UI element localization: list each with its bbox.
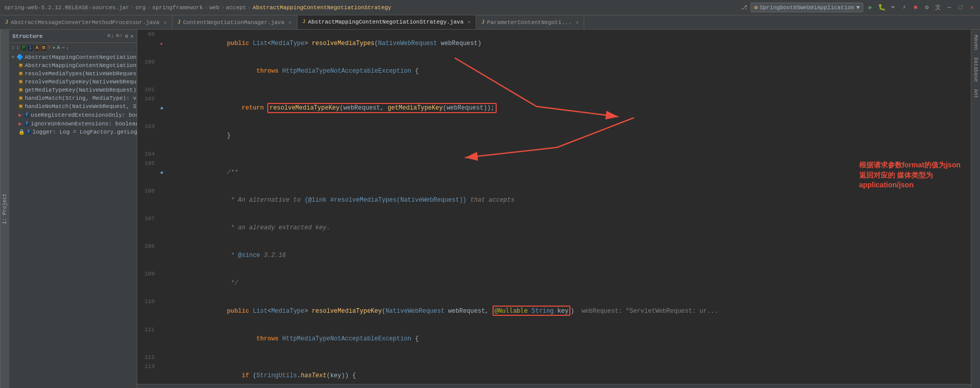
tab-close-4[interactable]: ✕: [576, 19, 579, 26]
gear-icon[interactable]: ⚙: [125, 33, 129, 39]
field-icon-1: f: [25, 113, 29, 118]
line-num-104: 104: [137, 149, 158, 159]
toolbar-icon-a2[interactable]: A: [57, 45, 60, 51]
breadcrumb-class: AbstractMappingContentNegotiationStrateg…: [253, 5, 392, 11]
line-code-105: /**: [166, 159, 971, 186]
gutter-105: ◆: [158, 159, 166, 186]
tab-close-3[interactable]: ✕: [467, 19, 471, 25]
tab-parameter-content[interactable]: J ParameterContentNegoti... ✕: [476, 15, 584, 29]
gutter-113: [158, 362, 166, 384]
gutter-99: ►: [158, 30, 166, 57]
debug-button[interactable]: 🐛: [878, 4, 886, 12]
toolbar-icon-circle[interactable]: ●: [52, 45, 55, 51]
tree-constructor[interactable]: m AbstractMappingContentNegotiationStrat…: [9, 61, 137, 70]
minimize-button[interactable]: ─: [945, 4, 953, 12]
stop-button[interactable]: ■: [911, 4, 920, 12]
breadcrumb-jar: spring-web-5.2.12.RELEASE-sources.jar: [4, 5, 129, 11]
sort-icon[interactable]: ≡↓: [107, 33, 114, 39]
toolbar-sort2[interactable]: ↕: [16, 45, 20, 51]
run-config[interactable]: ⚙ Springboot05Web01Application ▼: [751, 3, 863, 12]
sidebar-header-buttons: ≡↓ ≡↑ ⚙ ✕: [107, 33, 134, 39]
code-lines[interactable]: 99 ► public List<MediaType> resolveMedia…: [137, 30, 971, 384]
code-line-101: 101: [137, 85, 971, 94]
gutter-104: [158, 149, 166, 159]
gutter-100: [158, 57, 166, 85]
line-num-102: 102: [137, 94, 158, 122]
code-line-102: 102 ◆ return resolveMediaTypeKey(webRequ…: [137, 94, 971, 122]
profile-button[interactable]: ⚡: [900, 4, 908, 12]
line-code-113: if (StringUtils.hasText(key)) {: [166, 362, 971, 384]
tab-icon-2: J: [178, 19, 181, 25]
logger-icon: 🔒: [18, 129, 25, 135]
run-button[interactable]: ▶: [866, 4, 875, 12]
toolbar-icon-down[interactable]: ↓: [66, 45, 69, 51]
tab-abstract-mapping[interactable]: J AbstractMappingContentNegotiationStrat…: [297, 15, 477, 29]
tab-icon-3: J: [303, 19, 306, 25]
tree-handle-match[interactable]: m handleMatch(String, MediaType): void: [9, 94, 137, 102]
settings-button[interactable]: ⚙: [923, 4, 931, 12]
tab-label-4: ParameterContentNegoti...: [487, 19, 571, 26]
method-icon-1: m: [18, 63, 23, 68]
right-tab-maven[interactable]: Maven: [972, 32, 979, 53]
tree-resolve-media-type-key[interactable]: m resolveMediaTypeKey(NativeWebRequest, …: [9, 78, 137, 86]
gutter-103: [158, 122, 166, 149]
filter-icon[interactable]: ≡↑: [116, 33, 123, 39]
toolbar-icon-y[interactable]: Y: [48, 45, 51, 51]
toolbar-icon-arrow[interactable]: ⇒: [61, 45, 65, 51]
project-tab[interactable]: 1: Project: [0, 30, 9, 388]
sidebar-content: ↕ ↕ P i A m Y ● A ⇒ ↓ ▼ 🔷 AbstractMappin…: [9, 43, 137, 388]
close-button[interactable]: ✕: [968, 4, 976, 12]
right-tab-database[interactable]: Database: [972, 54, 979, 85]
sidebar: Structure ≡↓ ≡↑ ⚙ ✕ ↕ ↕ P i A m Y ● A ⇒ …: [9, 30, 137, 388]
horizontal-scrollbar[interactable]: [137, 384, 971, 388]
tab-abstract-message[interactable]: J AbstractMessageConverterMethodProcesso…: [0, 15, 173, 29]
tree-root[interactable]: ▼ 🔷 AbstractMappingContentNegotiationStr…: [9, 53, 137, 61]
tree-get-media-type-key[interactable]: m getMediaTypeKey(NativeWebRequest): Str…: [9, 86, 137, 94]
maximize-button[interactable]: □: [956, 4, 965, 12]
toolbar-icon-p[interactable]: P: [21, 45, 26, 51]
tree-ignore-unknown[interactable]: ▶ f ignoreUnknownExtensions: boolean: [9, 119, 137, 128]
main-layout: 1: Project Structure ≡↓ ≡↑ ⚙ ✕ ↕ ↕ P i A…: [0, 30, 980, 388]
line-num-111: 111: [137, 325, 158, 353]
tree-logger[interactable]: 🔒 f logger: Log = LogFactory.getLog(...): [9, 128, 137, 136]
toolbar-sort1[interactable]: ↕: [11, 45, 15, 51]
gutter-107: [158, 214, 166, 242]
tree-logger-label: logger: Log = LogFactory.getLog(...): [32, 129, 137, 135]
tree-icon-root: 🔷: [16, 54, 24, 60]
coverage-button[interactable]: ☂: [889, 4, 897, 12]
breadcrumb-springframework: springframework: [152, 5, 203, 11]
code-line-107: 107 * an already extracted key.: [137, 214, 971, 242]
run-config-label: Springboot05Web01Application: [760, 5, 855, 11]
toolbar-icon-a[interactable]: A: [34, 45, 39, 51]
translate-button[interactable]: 文: [934, 4, 942, 12]
line-code-101: [166, 85, 971, 94]
code-line-100: 100 throws HttpMediaTypeNotAcceptableExc…: [137, 57, 971, 85]
tree-handle-match-label: handleMatch(String, MediaType): void: [25, 95, 137, 101]
tab-close-1[interactable]: ✕: [163, 19, 166, 26]
tab-content-negotiation-manager[interactable]: J ContentNegotiationManager.java ✕: [173, 15, 297, 29]
line-num-113: 113: [137, 362, 158, 384]
tree-use-registered[interactable]: ▶ f useRegisteredExtensionsOnly: boolean: [9, 111, 137, 119]
tree-resolve-label: resolveMediaTypes(NativeWebRequest): Lis…: [25, 71, 137, 77]
tree-constructor-label: AbstractMappingContentNegotiationStrateg…: [25, 62, 137, 69]
title-bar: spring-web-5.2.12.RELEASE-sources.jar › …: [0, 0, 980, 15]
line-num-109: 109: [137, 269, 158, 297]
method-icon-6: m: [18, 104, 23, 109]
line-code-111: throws HttpMediaTypeNotAcceptableExcepti…: [166, 325, 971, 353]
tab-close-2[interactable]: ✕: [289, 19, 292, 26]
line-num-108: 108: [137, 242, 158, 269]
toolbar-icon-m2[interactable]: m: [41, 45, 46, 51]
close-sidebar-icon[interactable]: ✕: [130, 33, 134, 39]
line-code-100: throws HttpMediaTypeNotAcceptableExcepti…: [166, 57, 971, 85]
line-code-102: return resolveMediaTypeKey(webRequest, g…: [166, 94, 971, 122]
line-code-106: * An alternative to {@link #resolveMedia…: [166, 186, 971, 214]
code-line-112: 112: [137, 353, 971, 362]
tree-resolve-media-types[interactable]: m resolveMediaTypes(NativeWebRequest): L…: [9, 70, 137, 78]
right-tab-ant[interactable]: Ant: [972, 86, 979, 101]
run-config-icon: ⚙: [754, 4, 758, 11]
tree-handle-no-match[interactable]: m handleNoMatch(NativeWebRequest, String…: [9, 102, 137, 111]
code-line-104: 104: [137, 149, 971, 159]
toolbar-icon-i[interactable]: i: [28, 45, 33, 51]
gutter-109: [158, 269, 166, 297]
code-line-113: 113 if (StringUtils.hasText(key)) {: [137, 362, 971, 384]
